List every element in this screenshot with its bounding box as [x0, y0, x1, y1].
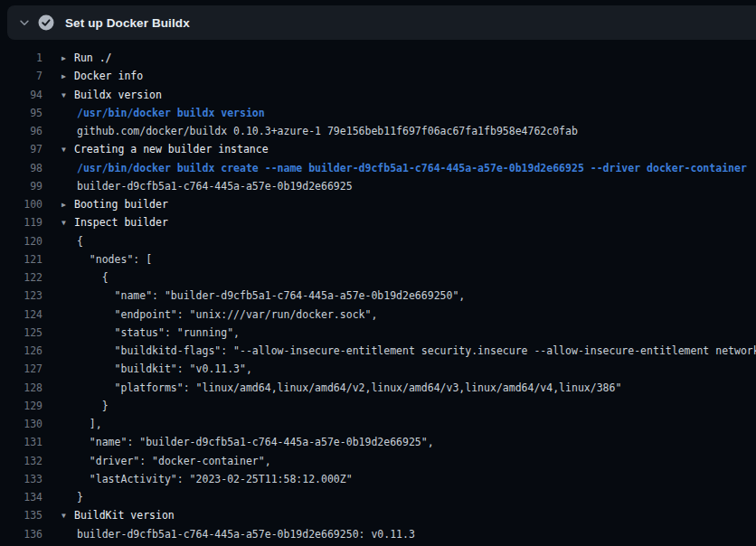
- log-line-content: builder-d9cfb5a1-c764-445a-a57e-0b19d2e6…: [43, 525, 415, 543]
- log-group-header[interactable]: 97▼Creating a new builder instance: [0, 140, 756, 158]
- log-line: 126 "buildkitd-flags": "--allow-insecure…: [0, 342, 756, 360]
- output-text: {: [77, 271, 109, 284]
- triangle-collapsed-icon[interactable]: ▶: [61, 50, 74, 67]
- line-number[interactable]: 124: [0, 306, 43, 324]
- check-circle-icon: [38, 14, 54, 31]
- line-number[interactable]: 1: [0, 49, 43, 67]
- triangle-collapsed-icon[interactable]: ▶: [61, 196, 74, 213]
- line-number[interactable]: 129: [0, 397, 43, 415]
- log-group-header[interactable]: 1▶Run ./: [0, 49, 756, 67]
- triangle-expanded-icon[interactable]: ▼: [61, 214, 74, 231]
- line-number[interactable]: 122: [0, 268, 43, 287]
- step-title: Set up Docker Buildx: [65, 16, 190, 30]
- log-line-content: }: [43, 488, 83, 506]
- line-number[interactable]: 7: [0, 67, 43, 85]
- log-line-content: "nodes": [: [43, 250, 152, 268]
- command-text: /usr/bin/docker buildx version: [77, 107, 265, 119]
- group-title: BuildKit version: [74, 509, 175, 522]
- triangle-expanded-icon[interactable]: ▼: [61, 507, 74, 524]
- log-line: 124 "endpoint": "unix:///var/run/docker.…: [0, 306, 756, 324]
- line-number[interactable]: 131: [0, 433, 43, 451]
- line-number[interactable]: 98: [0, 159, 43, 177]
- log-line-content: /usr/bin/docker buildx version: [43, 104, 265, 122]
- line-number[interactable]: 97: [0, 140, 43, 158]
- log-group-header[interactable]: 119▼Inspect builder: [0, 213, 756, 231]
- triangle-collapsed-icon[interactable]: ▶: [61, 68, 74, 85]
- line-number[interactable]: 134: [0, 488, 43, 506]
- log-line-content: "name": "builder-d9cfb5a1-c764-445a-a57e…: [43, 287, 465, 305]
- log-line-content: "status": "running",: [43, 324, 240, 342]
- log-line-content: "endpoint": "unix:///var/run/docker.sock…: [43, 306, 377, 324]
- line-number[interactable]: 136: [0, 525, 43, 543]
- line-number[interactable]: 95: [0, 104, 43, 122]
- log-group-header[interactable]: 7▶Docker info: [0, 67, 756, 85]
- group-title: Creating a new builder instance: [74, 143, 269, 155]
- log-group-header[interactable]: 100▶Booting builder: [0, 195, 756, 213]
- group-title: Inspect builder: [74, 216, 168, 229]
- output-text: github.com/docker/buildx 0.10.3+azure-1 …: [77, 125, 578, 137]
- output-text: "lastActivity": "2023-02-25T11:58:12.000…: [77, 473, 353, 485]
- output-text: "buildkitd-flags": "--allow-insecure-ent…: [77, 344, 756, 357]
- line-number[interactable]: 121: [0, 250, 43, 268]
- log-line: 136builder-d9cfb5a1-c764-445a-a57e-0b19d…: [0, 525, 756, 543]
- log-line-content: "lastActivity": "2023-02-25T11:58:12.000…: [43, 470, 353, 488]
- log-line-content: builder-d9cfb5a1-c764-445a-a57e-0b19d2e6…: [43, 177, 353, 195]
- line-number[interactable]: 100: [0, 195, 43, 213]
- log-line-content: "buildkitd-flags": "--allow-insecure-ent…: [43, 342, 756, 360]
- output-text: "driver": "docker-container",: [77, 455, 271, 467]
- log-line: 95/usr/bin/docker buildx version: [0, 104, 756, 122]
- line-number[interactable]: 125: [0, 324, 43, 342]
- log-line-content: ▼BuildKit version: [43, 506, 175, 524]
- log-line: 134}: [0, 488, 756, 506]
- log-line-content: {: [43, 232, 83, 250]
- log-line: 121 "nodes": [: [0, 250, 756, 268]
- log-line: 133 "lastActivity": "2023-02-25T11:58:12…: [0, 470, 756, 488]
- chevron-down-icon-svg: [18, 16, 31, 29]
- log-line-content: {: [43, 268, 109, 287]
- triangle-expanded-icon[interactable]: ▼: [61, 141, 74, 158]
- log-line: 123 "name": "builder-d9cfb5a1-c764-445a-…: [0, 287, 756, 305]
- chevron-down-icon[interactable]: [11, 5, 38, 40]
- line-number[interactable]: 130: [0, 415, 43, 433]
- output-text: builder-d9cfb5a1-c764-445a-a57e-0b19d2e6…: [77, 180, 353, 193]
- line-number[interactable]: 99: [0, 177, 43, 195]
- group-title: Run ./: [74, 52, 112, 64]
- line-number[interactable]: 119: [0, 213, 43, 231]
- log-output: 1▶Run ./7▶Docker info94▼Buildx version95…: [0, 49, 756, 543]
- log-line-content: ▼Buildx version: [43, 86, 162, 104]
- log-line-content: ▼Inspect builder: [43, 213, 168, 231]
- log-group-header[interactable]: 94▼Buildx version: [0, 86, 756, 104]
- output-text: builder-d9cfb5a1-c764-445a-a57e-0b19d2e6…: [77, 528, 415, 541]
- line-number[interactable]: 96: [0, 122, 43, 140]
- line-number[interactable]: 133: [0, 470, 43, 488]
- check-circle-icon-svg: [38, 14, 54, 31]
- group-title: Docker info: [74, 70, 143, 82]
- log-line: 130 ],: [0, 415, 756, 433]
- line-number[interactable]: 127: [0, 360, 43, 378]
- log-line: 120{: [0, 232, 756, 250]
- output-text: "status": "running",: [77, 326, 240, 339]
- log-line-content: ▼Creating a new builder instance: [43, 140, 269, 158]
- line-number[interactable]: 132: [0, 452, 43, 470]
- line-number[interactable]: 135: [0, 506, 43, 524]
- triangle-expanded-icon[interactable]: ▼: [61, 87, 74, 104]
- line-number[interactable]: 120: [0, 232, 43, 250]
- line-number[interactable]: 126: [0, 342, 43, 360]
- log-line-content: ▶Run ./: [43, 49, 112, 67]
- log-line-content: /usr/bin/docker buildx create --name bui…: [43, 159, 747, 177]
- output-text: }: [77, 491, 83, 504]
- output-text: ],: [77, 418, 102, 430]
- log-group-header[interactable]: 135▼BuildKit version: [0, 506, 756, 524]
- log-line-content: "name": "builder-d9cfb5a1-c764-445a-a57e…: [43, 433, 434, 451]
- output-text: "endpoint": "unix:///var/run/docker.sock…: [77, 308, 377, 321]
- line-number[interactable]: 128: [0, 379, 43, 397]
- actions-log-viewer: Set up Docker Buildx 1▶Run ./7▶Docker in…: [0, 0, 756, 546]
- log-line: 131 "name": "builder-d9cfb5a1-c764-445a-…: [0, 433, 756, 451]
- output-text: "name": "builder-d9cfb5a1-c764-445a-a57e…: [77, 289, 465, 302]
- output-text: "buildkit": "v0.11.3",: [77, 362, 252, 375]
- log-line: 122 {: [0, 268, 756, 287]
- log-line: 125 "status": "running",: [0, 324, 756, 342]
- line-number[interactable]: 123: [0, 287, 43, 305]
- step-header[interactable]: Set up Docker Buildx: [7, 5, 756, 40]
- line-number[interactable]: 94: [0, 86, 43, 104]
